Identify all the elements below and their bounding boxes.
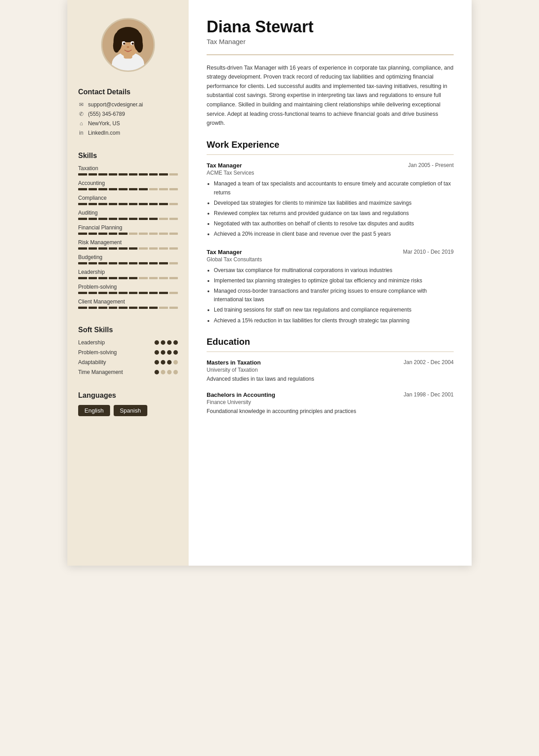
skill-segment: [119, 173, 128, 176]
edu-school: University of Taxation: [207, 367, 454, 373]
dot: [155, 340, 159, 345]
skill-segment: [88, 218, 97, 220]
skill-segment: [169, 292, 178, 294]
dot: [167, 340, 172, 345]
skill-segment: [149, 292, 158, 294]
skill-segment: [109, 218, 118, 220]
contact-item: ✆ (555) 345-6789: [78, 111, 178, 117]
skill-segment: [169, 307, 178, 309]
skill-item: Problem-solving: [78, 284, 178, 294]
skill-segment: [139, 188, 148, 190]
edu-school: Finance University: [207, 399, 454, 405]
svg-point-7: [117, 28, 139, 40]
skill-segment: [129, 203, 138, 205]
edu-desc: Foundational knowledge in accounting pri…: [207, 407, 454, 416]
skill-segment: [109, 188, 118, 190]
skill-item: Leadership: [78, 269, 178, 279]
contact-section: Contact Details ✉ support@cvdesigner.ai …: [78, 86, 178, 139]
skill-segment: [169, 233, 178, 235]
skill-bar: [78, 307, 178, 309]
skill-segment: [98, 173, 107, 176]
skill-segment: [109, 277, 118, 279]
job-bullets: Oversaw tax compliance for multinational…: [207, 266, 454, 325]
job-date: Jan 2005 - Present: [408, 162, 454, 168]
skill-segment: [149, 307, 158, 309]
skill-segment: [78, 173, 87, 176]
work-divider: [207, 154, 454, 155]
skill-bar: [78, 173, 178, 176]
skill-bar: [78, 277, 178, 279]
skill-segment: [78, 247, 87, 250]
skill-segment: [88, 292, 97, 294]
skill-segment: [109, 292, 118, 294]
main-content: Diana Stewart Tax Manager Results-driven…: [189, 0, 472, 566]
contact-item: ✉ support@cvdesigner.ai: [78, 101, 178, 108]
skill-segment: [139, 233, 148, 235]
avatar: [101, 18, 155, 72]
job-bullet: Achieved a 15% reduction in tax liabilit…: [214, 316, 454, 325]
job-company: Global Tax Consultants: [207, 256, 454, 263]
dot: [155, 370, 159, 374]
job-bullet: Oversaw tax compliance for multinational…: [214, 266, 454, 275]
skill-segment: [109, 233, 118, 235]
work-section-title: Work Experience: [207, 140, 454, 150]
dots-container: [155, 370, 178, 374]
skill-segment: [159, 262, 168, 264]
skill-segment: [109, 307, 118, 309]
skill-segment: [129, 218, 138, 220]
language-tag: English: [78, 405, 110, 416]
skill-segment: [78, 218, 87, 220]
skill-segment: [98, 292, 107, 294]
skill-segment: [119, 247, 128, 250]
skill-bar: [78, 233, 178, 235]
skill-segment: [159, 218, 168, 220]
language-tag: Spanish: [114, 405, 147, 416]
skill-segment: [159, 307, 168, 309]
dot: [155, 350, 159, 355]
skill-segment: [139, 203, 148, 205]
skill-segment: [78, 307, 87, 309]
skill-segment: [169, 218, 178, 220]
skill-item: Taxation: [78, 165, 178, 176]
skill-segment: [88, 188, 97, 190]
edu-header: Bachelors in AccountingJan 1998 - Dec 20…: [207, 391, 454, 398]
skill-segment: [119, 277, 128, 279]
skill-segment: [88, 203, 97, 205]
skill-segment: [169, 262, 178, 264]
dot: [161, 360, 165, 365]
language-tags: EnglishSpanish: [78, 405, 178, 416]
skill-segment: [139, 307, 148, 309]
education-section-title: Education: [207, 337, 454, 347]
skill-item: Auditing: [78, 210, 178, 220]
dot: [167, 370, 172, 374]
contact-item: in LinkedIn.com: [78, 130, 178, 136]
skill-segment: [109, 173, 118, 176]
skill-segment: [149, 218, 158, 220]
skill-segment: [129, 233, 138, 235]
contact-item: ⌂ NewYork, US: [78, 120, 178, 127]
skill-segment: [98, 307, 107, 309]
soft-skills-title: Soft Skills: [78, 326, 178, 334]
skill-segment: [78, 262, 87, 264]
skill-segment: [119, 307, 128, 309]
skill-name: Compliance: [78, 195, 178, 201]
contact-text: support@cvdesigner.ai: [88, 101, 143, 108]
sidebar: Contact Details ✉ support@cvdesigner.ai …: [67, 0, 189, 566]
skill-segment: [78, 188, 87, 190]
skill-segment: [98, 218, 107, 220]
skill-segment: [129, 292, 138, 294]
skill-segment: [78, 233, 87, 235]
skill-segment: [78, 277, 87, 279]
contact-text: LinkedIn.com: [88, 130, 120, 136]
job-header: Tax ManagerJan 2005 - Present: [207, 162, 454, 169]
skill-segment: [109, 262, 118, 264]
main-header: Diana Stewart Tax Manager: [207, 18, 454, 45]
skill-segment: [149, 262, 158, 264]
job-entry: Tax ManagerJan 2005 - PresentACME Tax Se…: [207, 162, 454, 238]
skill-segment: [159, 247, 168, 250]
skill-name: Risk Management: [78, 239, 178, 246]
edu-degree: Masters in Taxation: [207, 359, 261, 366]
skill-segment: [98, 277, 107, 279]
edu-desc: Advanced studies in tax laws and regulat…: [207, 375, 454, 383]
svg-point-8: [113, 39, 120, 53]
